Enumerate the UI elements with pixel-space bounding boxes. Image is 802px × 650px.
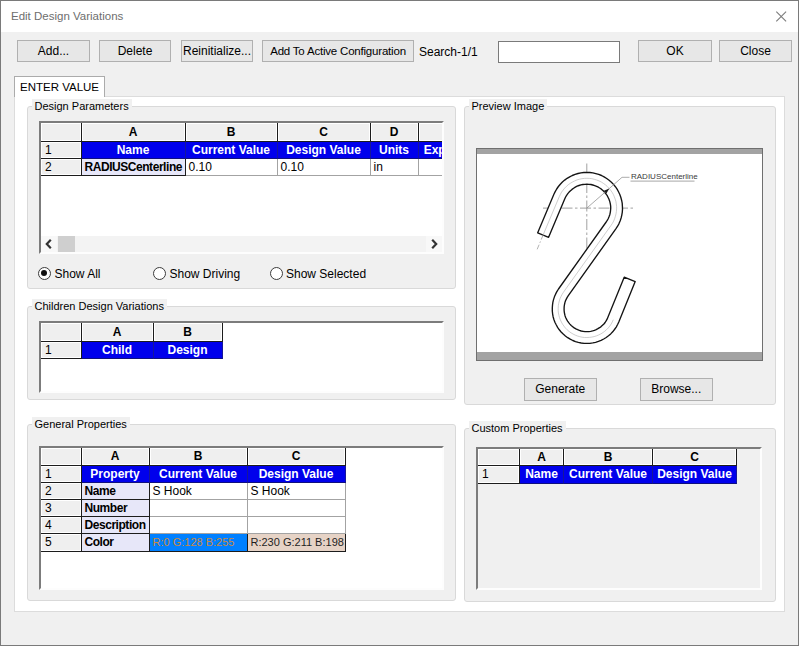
grid-cell[interactable]: Design Value (278, 142, 371, 159)
grid-cell[interactable]: Design Value (653, 466, 737, 484)
group-general-properties: General Properties ABC1PropertyCurrent V… (27, 424, 456, 601)
grid-cell[interactable]: A (82, 123, 186, 142)
grid-cell[interactable]: Expression (419, 142, 445, 159)
horizontal-scrollbar[interactable] (41, 236, 442, 252)
grid-cell[interactable]: A (82, 448, 150, 466)
search-label: Search-1/1 (419, 45, 478, 59)
grid-cell[interactable] (150, 517, 248, 534)
custom-properties-table: ABC1NameCurrent ValueDesign Value (476, 447, 762, 591)
grid-cell[interactable]: Number (82, 500, 150, 517)
grid-cell[interactable]: Property (82, 466, 150, 483)
radio-show-driving[interactable] (153, 267, 166, 280)
radio-show-selected[interactable] (270, 267, 283, 280)
grid-cell[interactable]: 4 (41, 517, 82, 534)
grid-cell[interactable]: C (653, 449, 737, 466)
group-general-title: General Properties (32, 417, 130, 431)
grid-cell[interactable]: R:0 G:128 B:255 (150, 534, 248, 552)
radio-show-driving-label: Show Driving (170, 267, 241, 281)
group-preview-image: Preview Image RADIUSCenterline Generate … (464, 106, 776, 406)
group-children-design-variations: Children Design Variations AB1ChildDesig… (27, 306, 456, 400)
grid-cell[interactable]: 2 (41, 159, 82, 176)
grid-cell[interactable]: 3 (41, 500, 82, 517)
scroll-left-button[interactable] (41, 236, 57, 252)
grid-cell[interactable]: 0.10 (186, 159, 278, 176)
grid-cell[interactable]: Name (82, 142, 186, 159)
grid-cell[interactable]: B (154, 323, 223, 342)
scrollbar-thumb[interactable] (58, 236, 75, 252)
grid-cell[interactable]: RADIUSCenterline (82, 159, 186, 176)
grid-cell[interactable]: 1 (478, 466, 520, 484)
grid-cell[interactable]: B (186, 123, 278, 142)
grid-cell[interactable]: 5 (41, 534, 82, 552)
grid-cell[interactable]: S Hook (248, 483, 346, 500)
generate-button[interactable]: Generate (524, 378, 597, 401)
grid-cell[interactable]: 1 (41, 466, 82, 483)
grid-cell[interactable]: Description (82, 517, 150, 534)
browse-button[interactable]: Browse... (640, 378, 713, 401)
grid-cell[interactable]: R:230 G:211 B:198 (248, 534, 346, 552)
radio-show-selected-label: Show Selected (286, 267, 366, 281)
grid-cell[interactable]: Name (82, 483, 150, 500)
group-children-title: Children Design Variations (32, 299, 167, 313)
grid-cell[interactable] (41, 323, 82, 342)
group-preview-title: Preview Image (469, 99, 548, 113)
s-hook-drawing: RADIUSCenterline (477, 154, 762, 352)
grid-cell[interactable]: Name (520, 466, 564, 484)
title-bar[interactable]: Edit Design Variations (1, 1, 798, 32)
search-input[interactable] (498, 41, 620, 63)
grid-cell[interactable]: B (564, 449, 653, 466)
tab-enter-value[interactable]: ENTER VALUE (14, 76, 105, 97)
grid-cell[interactable]: Current Value (564, 466, 653, 484)
grid-cell[interactable]: S Hook (150, 483, 248, 500)
grid-cell[interactable]: Current Value (150, 466, 248, 483)
grid-cell[interactable]: B (150, 448, 248, 466)
grid-cell[interactable] (478, 449, 520, 466)
grid-cell[interactable]: Current Value (186, 142, 278, 159)
grid-cell[interactable]: in (371, 159, 419, 176)
preview-letterbox-bottom (477, 352, 762, 361)
grid-cell[interactable]: A (82, 323, 154, 342)
grid-cell[interactable] (41, 123, 82, 142)
grid-cell[interactable]: E (419, 123, 445, 142)
delete-button[interactable]: Delete (99, 40, 171, 62)
ok-button[interactable]: OK (638, 40, 712, 62)
grid-cell[interactable]: Design Value (248, 466, 346, 483)
group-design-parameters: Design Parameters ABCDE1NameCurrent Valu… (27, 106, 456, 290)
grid-cell[interactable] (248, 517, 346, 534)
scroll-right-button[interactable] (426, 236, 442, 252)
group-custom-title: Custom Properties (469, 421, 566, 435)
general-properties-table: ABC1PropertyCurrent ValueDesign Value2Na… (39, 446, 444, 591)
grid-cell[interactable]: 0.10 (278, 159, 371, 176)
grid-cell[interactable]: 2 (41, 483, 82, 500)
grid-cell[interactable]: Units (371, 142, 419, 159)
grid-cell[interactable] (419, 159, 445, 176)
grid-cell[interactable]: 1 (41, 342, 82, 359)
grid-cell[interactable]: A (520, 449, 564, 466)
children-table: AB1ChildDesign (39, 321, 444, 393)
dialog-window: Edit Design Variations Add... Delete Rei… (0, 0, 799, 646)
radio-show-all[interactable] (38, 267, 51, 280)
grid-cell[interactable]: C (248, 448, 346, 466)
grid-cell[interactable] (41, 448, 82, 466)
design-parameters-table: ABCDE1NameCurrent ValueDesign ValueUnits… (39, 121, 444, 255)
grid-cell[interactable]: 1 (41, 142, 82, 159)
close-icon[interactable] (770, 6, 792, 28)
grid-cell[interactable]: D (371, 123, 419, 142)
grid-cell[interactable] (248, 500, 346, 517)
reinitialize-button[interactable]: Reinitialize... (181, 40, 253, 62)
grid-cell[interactable]: C (278, 123, 371, 142)
grid-cell[interactable] (150, 500, 248, 517)
tab-panel: Design Parameters ABCDE1NameCurrent Valu… (14, 96, 785, 612)
grid-cell[interactable]: Design (154, 342, 223, 359)
grid-cell[interactable]: Child (82, 342, 154, 359)
add-button[interactable]: Add... (17, 40, 90, 62)
grid-cell[interactable]: Color (82, 534, 150, 552)
radius-annotation: RADIUSCenterline (631, 172, 698, 181)
scroll-right-arrow-icon (426, 236, 442, 252)
group-custom-properties: Custom Properties ABC1NameCurrent ValueD… (464, 428, 776, 603)
window-title: Edit Design Variations (11, 10, 123, 22)
preview-frame: RADIUSCenterline (476, 148, 763, 362)
add-to-active-configuration-button[interactable]: Add To Active Configuration (262, 40, 414, 62)
close-button[interactable]: Close (719, 40, 792, 62)
s-hook-outline (538, 172, 636, 343)
